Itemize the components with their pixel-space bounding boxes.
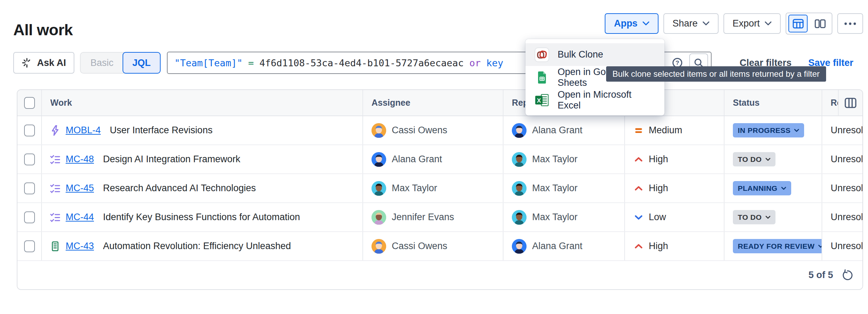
reporter-name: Alana Grant xyxy=(532,241,582,252)
priority-label: High xyxy=(649,241,668,252)
svg-text:?: ? xyxy=(675,60,679,66)
cell-resolution: Unresolved xyxy=(822,174,862,202)
refresh-button[interactable] xyxy=(841,269,853,281)
cell-work: MC-43 Automation Revolution: Efficiency … xyxy=(42,232,363,260)
avatar xyxy=(512,210,527,225)
column-header-status[interactable]: Status xyxy=(724,90,822,115)
row-checkbox[interactable] xyxy=(24,154,35,165)
ask-ai-button[interactable]: Ask AI xyxy=(13,52,74,74)
apps-button[interactable]: Apps xyxy=(605,13,659,34)
select-all-checkbox[interactable] xyxy=(24,97,35,109)
column-header-assignee[interactable]: Assignee xyxy=(363,90,503,115)
chevron-down-icon xyxy=(794,129,799,132)
high-priority-icon xyxy=(633,183,644,194)
chevron-down-icon xyxy=(703,21,709,26)
chevron-down-icon xyxy=(765,21,772,26)
chevron-down-icon xyxy=(781,187,786,190)
avatar xyxy=(372,123,386,138)
row-checkbox[interactable] xyxy=(24,240,35,252)
menu-item-bulk-clone[interactable]: Bulk Clone xyxy=(525,43,664,66)
more-actions-button[interactable] xyxy=(837,13,863,34)
cell-priority: Low xyxy=(625,203,724,231)
status-badge[interactable]: READY FOR REVIEW xyxy=(733,239,822,253)
cell-reporter: Max Taylor xyxy=(503,145,625,173)
high-priority-icon xyxy=(633,241,644,252)
cell-resolution: Unresolved xyxy=(822,232,862,260)
detail-view-button[interactable] xyxy=(810,15,830,32)
row-checkbox[interactable] xyxy=(24,182,35,194)
export-button[interactable]: Export xyxy=(723,13,781,34)
cell-priority: High xyxy=(625,174,724,202)
grid-view-icon xyxy=(792,18,804,30)
table-view-button[interactable] xyxy=(788,15,808,32)
cell-resolution: Unresolved xyxy=(822,203,862,231)
work-item-key-link[interactable]: MC-45 xyxy=(66,183,94,194)
low-priority-icon xyxy=(633,212,644,223)
work-item-key-link[interactable]: MC-44 xyxy=(66,212,94,223)
status-badge[interactable]: TO DO xyxy=(733,210,775,224)
table-footer: 5 of 5 xyxy=(17,261,862,289)
cell-work: MOBL-4 User Interface Revisions xyxy=(42,116,363,144)
work-type-icon xyxy=(50,212,61,223)
work-items-table: Work Assignee Reporter Priority Status R… xyxy=(17,89,863,290)
microsoft-excel-icon: X xyxy=(535,93,549,107)
cell-priority: Medium xyxy=(625,116,724,144)
page-title: All work xyxy=(13,21,73,39)
resolution-value: Unresolved xyxy=(831,154,862,165)
avatar xyxy=(512,181,527,196)
table-row: MC-48 Design AI Integration Framework Al… xyxy=(17,145,862,174)
priority-label: High xyxy=(649,183,668,194)
checklist-icon xyxy=(50,183,61,194)
cell-assignee: Jennifer Evans xyxy=(363,203,503,231)
resolution-value: Unresolved xyxy=(831,241,862,252)
ellipsis-icon xyxy=(844,22,856,25)
toolbar: Apps Share Export xyxy=(605,13,863,35)
jql-token-operator: = xyxy=(248,58,254,68)
status-badge[interactable]: PLANNING xyxy=(733,181,791,195)
status-badge[interactable]: IN PROGRESS xyxy=(733,123,804,137)
menu-item-open-microsoft-excel[interactable]: X Open in Microsoft Excel xyxy=(525,89,664,111)
reporter-name: Max Taylor xyxy=(532,212,578,223)
cell-assignee: Alana Grant xyxy=(363,145,503,173)
work-item-key-link[interactable]: MOBL-4 xyxy=(66,125,101,136)
split-view-icon xyxy=(814,18,826,30)
cell-reporter: Alana Grant xyxy=(503,232,625,260)
work-item-key-link[interactable]: MC-48 xyxy=(66,154,94,165)
row-checkbox[interactable] xyxy=(24,211,35,223)
columns-icon xyxy=(845,98,856,108)
work-item-summary: User Interface Revisions xyxy=(110,125,213,136)
resolution-value: Unresolved xyxy=(831,125,862,136)
cell-work: MC-44 Identify Key Business Functions fo… xyxy=(42,203,363,231)
refresh-icon xyxy=(841,269,853,281)
work-item-summary: Research Advanced AI Technologies xyxy=(103,183,256,194)
chevron-down-icon xyxy=(642,21,649,26)
row-checkbox[interactable] xyxy=(24,125,35,136)
status-badge[interactable]: TO DO xyxy=(733,152,775,166)
bulk-clone-icon xyxy=(535,47,549,62)
avatar xyxy=(512,123,527,138)
work-item-key-link[interactable]: MC-43 xyxy=(66,241,94,252)
table-header-row: Work Assignee Reporter Priority Status R… xyxy=(17,90,862,116)
ai-sparkle-icon xyxy=(22,58,32,68)
cell-assignee: Cassi Owens xyxy=(363,232,503,260)
assignee-name: Alana Grant xyxy=(392,154,442,165)
cell-assignee: Max Taylor xyxy=(363,174,503,202)
assignee-name: Max Taylor xyxy=(392,183,437,194)
cell-resolution: Unresolved xyxy=(822,145,862,173)
share-button[interactable]: Share xyxy=(663,13,719,34)
avatar xyxy=(372,152,386,167)
basic-mode-button[interactable]: Basic xyxy=(81,58,123,68)
work-item-summary: Design AI Integration Framework xyxy=(103,154,240,165)
svg-text:X: X xyxy=(537,97,541,104)
cell-reporter: Max Taylor xyxy=(503,203,625,231)
jql-token-value: 4f6d1108-53ca-4ed4-b101-5727a6ecaeac xyxy=(259,58,464,68)
checklist-icon xyxy=(50,212,61,223)
jql-token-field: "Team[Team]" xyxy=(175,58,243,68)
cell-status: TO DO xyxy=(724,203,822,231)
resolution-value: Unresolved xyxy=(831,183,862,194)
columns-settings-button[interactable] xyxy=(838,90,862,115)
work-type-icon xyxy=(50,241,61,252)
jql-mode-button[interactable]: JQL xyxy=(123,52,161,74)
cell-assignee: Cassi Owens xyxy=(363,116,503,144)
column-header-work[interactable]: Work xyxy=(42,90,363,115)
